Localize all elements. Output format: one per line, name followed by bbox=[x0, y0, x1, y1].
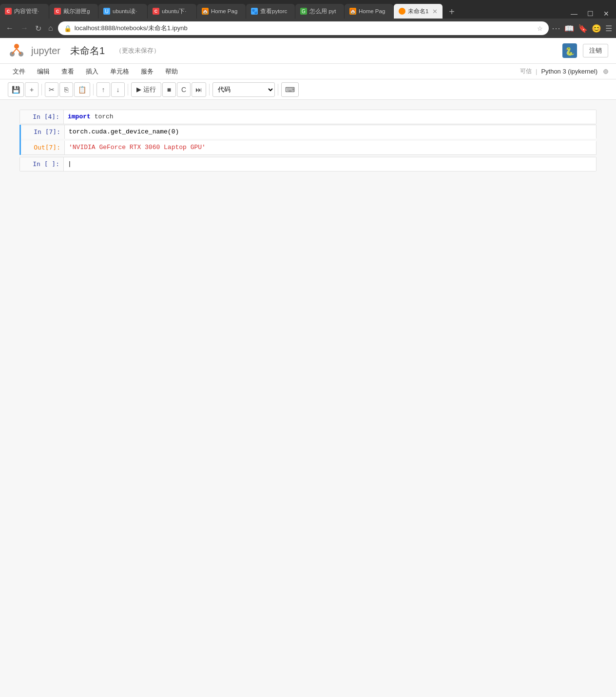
tab-howto-pytorch[interactable]: G 怎么用 pyt bbox=[295, 4, 344, 19]
lock-icon: 🔒 bbox=[64, 25, 72, 32]
browser-chrome: C 内容管理· C 戴尔游匣g U ubuntu读· C ubuntu下· 🏠 … bbox=[0, 0, 616, 38]
menu-kernel[interactable]: 服务 bbox=[136, 66, 158, 77]
tab-dailyou[interactable]: C 戴尔游匣g bbox=[49, 4, 98, 19]
profile-icon[interactable]: 😊 bbox=[592, 24, 601, 33]
menu-insert[interactable]: 插入 bbox=[81, 66, 103, 77]
toolbar-sep-4 bbox=[209, 84, 210, 95]
move-down-button[interactable]: ↓ bbox=[111, 82, 125, 97]
jupyter-toolbar: 💾 + ✂ ⎘ 📋 ↑ ↓ ▶ 运行 ■ C ⏭ 代码 Markdown Raw… bbox=[0, 79, 616, 100]
cell-3-prompt: In [ ]: bbox=[20, 157, 64, 171]
tab-label-7: 怎么用 pyt bbox=[309, 8, 339, 15]
copy-cell-button[interactable]: ⎘ bbox=[59, 82, 73, 97]
tab-homepage1[interactable]: 🏠 Home Pag bbox=[197, 4, 246, 19]
tab-neirongguan[interactable]: C 内容管理· bbox=[0, 4, 49, 19]
jupyter-logo bbox=[8, 42, 25, 59]
tab-favicon-7: G bbox=[300, 8, 307, 15]
tab-label-8: Home Pag bbox=[359, 8, 388, 14]
cut-cell-button[interactable]: ✂ bbox=[45, 82, 58, 97]
module-torch: torch bbox=[95, 113, 114, 120]
tab-favicon-3: U bbox=[103, 8, 110, 15]
browser-right-icons: ⋯ 📖 🔖 😊 ☰ bbox=[552, 23, 612, 34]
notebook-name[interactable]: 未命名1 bbox=[70, 44, 105, 57]
close-window-button[interactable]: ✕ bbox=[600, 9, 612, 19]
cell-2-container: In [7]: torch.cuda.get_device_name(0) Ou… bbox=[19, 125, 597, 155]
window-controls: — ☐ ✕ bbox=[564, 9, 616, 19]
kernel-status-dot bbox=[603, 69, 608, 74]
notebook-content: In [4]: import torch In [7]: torch.cuda.… bbox=[0, 100, 616, 182]
address-bar: ← → ↻ ⌂ 🔒 localhost:8888/notebooks/未命名1.… bbox=[0, 19, 616, 38]
cell-3-body[interactable] bbox=[64, 157, 596, 171]
tab-pytorch1[interactable]: 🐾 查看pytorc bbox=[246, 4, 295, 19]
address-text: localhost:8888/notebooks/未命名1.ipynb bbox=[75, 24, 534, 33]
extensions-icon[interactable]: ⋯ bbox=[552, 23, 560, 34]
collection-icon[interactable]: 🔖 bbox=[578, 24, 588, 33]
tab-favicon-8: 🏠 bbox=[349, 8, 356, 15]
jupyter-app-title: jupyter bbox=[31, 45, 60, 57]
reload-button[interactable]: ↻ bbox=[33, 23, 43, 34]
tab-ubuntu-down[interactable]: C ubuntu下· bbox=[148, 4, 196, 19]
tab-favicon-5: 🏠 bbox=[202, 8, 209, 15]
tab-bar: C 内容管理· C 戴尔游匣g U ubuntu读· C ubuntu下· 🏠 … bbox=[0, 0, 616, 19]
cell-1-prompt: In [4]: bbox=[20, 110, 64, 124]
tab-ubuntu-read[interactable]: U ubuntu读· bbox=[98, 4, 147, 19]
tab-label-4: ubuntu下· bbox=[162, 8, 192, 15]
address-field[interactable]: 🔒 localhost:8888/notebooks/未命名1.ipynb ☆ bbox=[58, 21, 549, 35]
tab-homepage2[interactable]: 🏠 Home Pag bbox=[345, 4, 393, 19]
tab-close-icon[interactable]: ✕ bbox=[432, 8, 438, 15]
python-icon: 🐍 bbox=[562, 43, 577, 58]
cell-1[interactable]: In [4]: import torch bbox=[19, 110, 597, 124]
cell-type-select[interactable]: 代码 Markdown Raw NBConvert bbox=[212, 82, 275, 97]
unsaved-label: （更改未保存） bbox=[116, 46, 160, 55]
cell-2-body[interactable]: torch.cuda.get_device_name(0) bbox=[65, 125, 596, 139]
menu-view[interactable]: 查看 bbox=[57, 66, 79, 77]
add-cell-button[interactable]: + bbox=[25, 82, 38, 97]
menu-icon[interactable]: ☰ bbox=[605, 24, 612, 33]
stop-button[interactable]: ■ bbox=[162, 82, 176, 97]
save-button[interactable]: 💾 bbox=[8, 82, 24, 97]
tab-label-5: Home Pag bbox=[211, 8, 241, 14]
new-tab-button[interactable]: + bbox=[445, 5, 459, 19]
toolbar-sep-5 bbox=[278, 84, 278, 95]
run-cell-button[interactable]: ▶ 运行 bbox=[131, 82, 161, 97]
home-button[interactable]: ⌂ bbox=[46, 23, 55, 34]
tab-label-6: 查看pytorc bbox=[260, 8, 290, 15]
menu-cell[interactable]: 单元格 bbox=[105, 66, 134, 77]
cell-2[interactable]: In [7]: torch.cuda.get_device_name(0) bbox=[21, 125, 597, 139]
back-button[interactable]: ← bbox=[4, 23, 16, 34]
move-up-button[interactable]: ↑ bbox=[96, 82, 110, 97]
menu-help[interactable]: 帮助 bbox=[160, 66, 183, 77]
reading-mode-icon[interactable]: 📖 bbox=[564, 24, 574, 33]
menu-edit[interactable]: 编辑 bbox=[32, 66, 55, 77]
jupyter-container: jupyter 未命名1 （更改未保存） 🐍 注销 文件 编辑 查看 插入 单元… bbox=[0, 38, 616, 697]
tab-unnamed1[interactable]: 未命名1 ✕ bbox=[394, 4, 443, 19]
cell-2-output-prompt: Out[7]: bbox=[21, 141, 65, 154]
trusted-badge: 可信 bbox=[520, 67, 532, 75]
jupyter-logo-icon bbox=[8, 42, 25, 59]
address-icons: ☆ bbox=[537, 25, 543, 32]
bookmark-icon[interactable]: ☆ bbox=[537, 25, 543, 32]
restart-run-button[interactable]: ⏭ bbox=[192, 82, 206, 97]
logout-button[interactable]: 注销 bbox=[583, 44, 608, 57]
menu-file[interactable]: 文件 bbox=[8, 66, 30, 77]
run-label: 运行 bbox=[143, 85, 156, 94]
minimize-button[interactable]: — bbox=[568, 9, 580, 19]
tab-favicon-6: 🐾 bbox=[251, 8, 258, 15]
jupyter-header: jupyter 未命名1 （更改未保存） 🐍 注销 bbox=[0, 38, 616, 64]
toolbar-sep-1 bbox=[41, 84, 42, 95]
keyword-import: import bbox=[68, 113, 91, 120]
cell-3[interactable]: In [ ]: bbox=[19, 157, 597, 171]
cell-2-output: Out[7]: 'NVIDIA GeForce RTX 3060 Laptop … bbox=[21, 141, 597, 155]
svg-text:🐍: 🐍 bbox=[565, 47, 575, 56]
maximize-button[interactable]: ☐ bbox=[584, 9, 597, 19]
restart-button[interactable]: C bbox=[177, 82, 191, 97]
cell-1-body[interactable]: import torch bbox=[64, 110, 596, 124]
tab-favicon-2: C bbox=[54, 8, 61, 15]
jupyter-header-right: 🐍 注销 bbox=[562, 43, 608, 58]
svg-point-0 bbox=[14, 44, 19, 49]
toolbar-sep-3 bbox=[128, 84, 128, 95]
kernel-info: Python 3 (ipykernel) bbox=[541, 68, 597, 75]
keyboard-shortcuts-button[interactable]: ⌨ bbox=[281, 82, 299, 97]
menu-right: 可信 | Python 3 (ipykernel) bbox=[520, 67, 608, 75]
forward-button[interactable]: → bbox=[19, 23, 30, 34]
paste-cell-button[interactable]: 📋 bbox=[74, 82, 90, 97]
